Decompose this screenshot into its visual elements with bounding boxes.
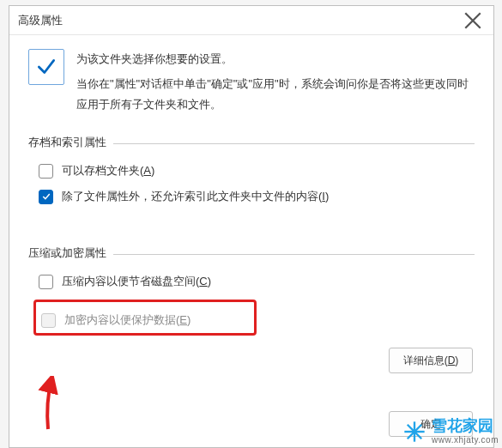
compress-row[interactable]: 压缩内容以便节省磁盘空间(C) [28,269,475,294]
close-icon [461,9,485,33]
details-button[interactable]: 详细信息(D) [389,348,473,373]
archive-group-title: 存档和索引属性 [28,135,113,150]
encrypt-highlight: 加密内容以便保护数据(E) [33,300,257,336]
dialog-title: 高级属性 [18,13,461,28]
index-row[interactable]: 除了文件属性外，还允许索引此文件夹中文件的内容(I) [28,184,475,209]
intro-section: 为该文件夹选择你想要的设置。 当你在"属性"对话框中单击"确定"或"应用"时，系… [28,49,475,116]
compress-encrypt-group: 压缩或加密属性 压缩内容以便节省磁盘空间(C) 加密内容以便保护数据(E) [28,245,475,336]
check-icon [41,191,51,202]
archive-checkbox[interactable] [39,164,53,179]
intro-line-2: 当你在"属性"对话框中单击"确定"或"应用"时，系统会询问你是否将这些更改同时应… [76,74,475,116]
encrypt-row: 加密内容以便保护数据(E) [41,311,249,330]
intro-text: 为该文件夹选择你想要的设置。 当你在"属性"对话框中单击"确定"或"应用"时，系… [76,49,475,116]
archive-index-group: 存档和索引属性 可以存档文件夹(A) 除了文件属性外，还允许索引此文件夹中文件的… [28,135,475,209]
encrypt-label: 加密内容以便保护数据(E) [64,312,191,328]
archive-label: 可以存档文件夹(A) [62,163,154,179]
compress-label: 压缩内容以便节省磁盘空间(C) [62,274,211,289]
archive-row[interactable]: 可以存档文件夹(A) [28,158,475,184]
watermark-url: www.xhjaty.com [432,435,499,445]
advanced-attributes-dialog: 高级属性 为该文件夹选择你想要的设置。 当你在"属性"对话框中单击"确定"或"应… [9,5,494,448]
intro-line-1: 为该文件夹选择你想要的设置。 [76,49,475,70]
compress-group-title: 压缩或加密属性 [28,245,113,261]
encrypt-checkbox [41,313,56,328]
titlebar: 高级属性 [9,6,493,35]
index-checkbox[interactable] [39,190,53,204]
close-button[interactable] [461,9,485,33]
snowflake-icon [402,420,426,444]
settings-check-icon [28,49,64,85]
index-label: 除了文件属性外，还允许索引此文件夹中文件的内容(I) [62,189,329,204]
compress-checkbox[interactable] [39,275,53,289]
details-button-row: 详细信息(D) [389,348,473,373]
watermark-name: 雪花家园 [432,418,499,435]
dialog-content: 为该文件夹选择你想要的设置。 当你在"属性"对话框中单击"确定"或"应用"时，系… [9,35,493,344]
watermark: 雪花家园 www.xhjaty.com [402,418,499,445]
